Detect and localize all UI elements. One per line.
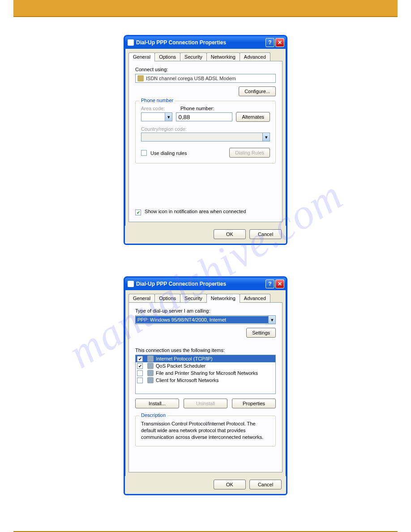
protocol-icon [147,356,154,362]
phone-group-legend: Phone number [139,98,175,103]
connect-using-label: Connect using: [135,67,276,72]
tab-options[interactable]: Options [154,52,180,61]
properties-button[interactable]: Properties [232,399,276,408]
list-item[interactable]: ✔ QoS Packet Scheduler [136,362,275,369]
checkbox-checked-icon[interactable]: ✔ [137,356,143,362]
area-code-label: Area code: [141,106,175,111]
cancel-button[interactable]: Cancel [249,229,282,239]
server-type-value: PPP: Windows 95/98/NT4/2000, Internet [136,316,268,323]
help-button[interactable]: ? [265,38,274,47]
country-code-select [141,136,262,138]
cancel-button[interactable]: Cancel [249,480,282,489]
chevron-down-icon: ▾ [268,316,275,324]
phone-number-input[interactable] [176,112,232,121]
list-item-label: Internet Protocol (TCP/IP) [156,356,213,361]
dialing-rules-button: Dialing Rules [229,148,270,158]
tab-panel-general: Connect using: ISDN channel corega USB A… [128,61,283,222]
chevron-down-icon: ▾ [165,113,172,121]
dialog-networking: Dial-Up PPP Connection Properties ? ✕ Ge… [124,276,287,495]
description-text: Transmission Control Protocol/Internet P… [141,420,270,441]
list-item[interactable]: ✔ Internet Protocol (TCP/IP) [136,355,275,362]
area-code-input [141,116,165,118]
tab-bar: General Options Security Networking Adva… [125,290,286,302]
connect-using-value: ISDN channel corega USB ADSL Modem [146,76,236,81]
app-icon [128,281,134,287]
show-icon-checkbox[interactable]: ✔ Show icon in notification area when co… [135,209,246,214]
dialog-button-row: OK Cancel [125,476,286,494]
tab-bar: General Options Security Networking Adva… [125,49,286,61]
phone-number-label: Phone number: [180,106,214,111]
tab-networking[interactable]: Networking [206,52,240,61]
tab-advanced[interactable]: Advanced [240,52,270,61]
components-list[interactable]: ✔ Internet Protocol (TCP/IP) ✔ QoS Packe… [135,355,276,394]
tab-networking[interactable]: Networking [206,294,240,303]
ok-button[interactable]: OK [214,229,246,239]
use-dialing-rules-label: Use dialing rules [150,150,187,156]
list-item-label: QoS Packet Scheduler [156,363,206,369]
show-icon-label: Show icon in notification area when conn… [145,209,246,214]
tab-general[interactable]: General [128,294,155,302]
protocol-icon [147,370,154,376]
tab-advanced[interactable]: Advanced [240,294,270,302]
tab-panel-networking: Type of dial-up server I am calling: PPP… [128,302,283,472]
configure-button[interactable]: Configure... [239,86,276,96]
list-item-label: Client for Microsoft Networks [156,378,219,383]
list-item[interactable]: Client for Microsoft Networks [136,377,275,384]
help-button[interactable]: ? [265,279,274,288]
server-type-label: Type of dial-up server I am calling: [135,308,276,313]
window-title: Dial-Up PPP Connection Properties [136,39,265,46]
checkbox-checked-icon: ✔ [135,210,141,215]
checkbox-icon [141,150,147,156]
titlebar: Dial-Up PPP Connection Properties ? ✕ [125,278,286,290]
use-dialing-rules-checkbox[interactable]: Use dialing rules [141,150,187,156]
tab-security[interactable]: Security [180,294,207,302]
chevron-down-icon: ▾ [262,133,270,141]
close-button[interactable]: ✕ [275,279,284,288]
phone-number-group: Phone number Area code: Phone number: ▾ … [135,101,276,163]
dialog-button-row: OK Cancel [125,226,286,244]
list-item[interactable]: File and Printer Sharing for Microsoft N… [136,369,275,377]
checkbox-icon[interactable] [137,378,143,383]
checkbox-icon[interactable] [137,370,143,376]
country-code-label: Country/region code: [141,126,270,132]
app-icon [128,39,134,46]
uninstall-button: Uninstall [184,399,227,408]
connect-using-field[interactable]: ISDN channel corega USB ADSL Modem [135,74,276,83]
doc-header-bar [13,0,398,17]
tab-security[interactable]: Security [180,52,207,61]
description-group: Description Transmission Control Protoco… [135,416,276,446]
settings-button[interactable]: Settings [246,328,276,338]
install-button[interactable]: Install... [135,399,179,408]
close-button[interactable]: ✕ [275,38,284,47]
description-legend: Description [139,412,167,418]
tab-options[interactable]: Options [154,294,180,302]
list-item-label: File and Printer Sharing for Microsoft N… [156,370,258,376]
ok-button[interactable]: OK [214,480,246,489]
server-type-select[interactable]: PPP: Windows 95/98/NT4/2000, Internet ▾ [135,315,276,324]
titlebar: Dial-Up PPP Connection Properties ? ✕ [125,36,286,49]
alternates-button[interactable]: Alternates [236,112,270,122]
items-label: This connection uses the following items… [135,348,276,353]
tab-general[interactable]: General [128,52,155,61]
protocol-icon [147,377,154,383]
dialog-general: Dial-Up PPP Connection Properties ? ✕ Ge… [124,35,287,245]
modem-icon [137,75,144,82]
protocol-icon [147,363,154,369]
window-title: Dial-Up PPP Connection Properties [136,281,265,287]
checkbox-checked-icon[interactable]: ✔ [137,363,143,369]
